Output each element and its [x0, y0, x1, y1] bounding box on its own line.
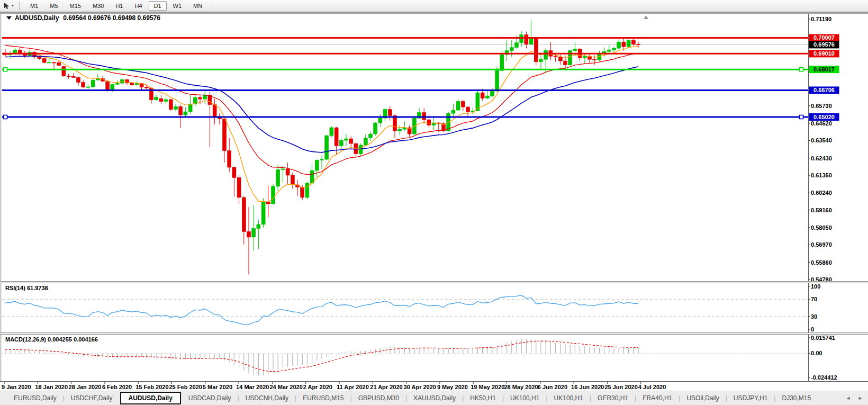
timeframe-button-M30[interactable]: M30 — [87, 1, 109, 11]
date-tick-label: 19 May 2020 — [471, 384, 504, 390]
timeframe-button-M1[interactable]: M1 — [25, 1, 43, 11]
price-badge-0.68017: 0.68017 — [809, 66, 839, 73]
timeframe-button-D1[interactable]: D1 — [149, 1, 167, 11]
date-tick-label: 6 Feb 2020 — [102, 384, 132, 390]
date-tick-label: 24 Mar 2020 — [269, 384, 302, 390]
date-tick-label: 18 Jan 2020 — [35, 384, 68, 390]
chart-tab-xauusd-daily[interactable]: XAUUSD,Daily — [407, 392, 462, 404]
date-tick-label: 25 Jun 2020 — [604, 384, 637, 390]
price-badge-0.65020: 0.65020 — [809, 113, 839, 121]
date-tick-label: 2 Apr 2020 — [303, 384, 332, 390]
bid-price-badge: 0.69576 — [809, 41, 839, 48]
chart-tab-ger30-h1[interactable]: GER30,H1 — [591, 392, 635, 404]
timeframe-buttons: M1M5M15M30H1H4D1W1MN — [25, 1, 207, 11]
date-tick-label: 28 Jan 2020 — [69, 384, 102, 390]
date-tick-label: 5 Mar 2020 — [203, 384, 232, 390]
tab-scroll-left-button[interactable]: ◄ — [846, 395, 851, 401]
date-tick-label: 25 Feb 2020 — [169, 384, 202, 390]
price-badge-0.70007: 0.70007 — [809, 34, 839, 41]
line-drag-handle[interactable] — [4, 68, 7, 71]
chart-tab-dj30-m15[interactable]: DJ30,M15 — [775, 392, 817, 404]
date-tick-label: 16 Jun 2020 — [571, 384, 604, 390]
macd-label: MACD(12,26,9) 0.004255 0.004166 — [5, 336, 98, 343]
timeframe-button-MN[interactable]: MN — [188, 1, 207, 11]
toolbar-grip-handle — [19, 2, 20, 10]
price-tick-label: 0.60240 — [811, 190, 832, 196]
pane-splitter[interactable] — [0, 332, 868, 335]
date-tick-label: 30 Apr 2020 — [404, 384, 436, 390]
chart-tab-eurusd-m15[interactable]: EURUSD,M15 — [296, 392, 350, 404]
chart-tab-usoil-daily[interactable]: USOil,Daily — [680, 392, 725, 404]
svg-text:0.68017: 0.68017 — [813, 66, 835, 73]
timeframe-button-M5[interactable]: M5 — [44, 1, 63, 11]
price-badge-0.69010: 0.69010 — [809, 50, 839, 57]
rsi-tick-label: 0 — [811, 326, 814, 332]
price-tick-label: 0.62430 — [811, 155, 832, 161]
date-tick-label: 21 Apr 2020 — [370, 384, 402, 390]
chart-tab-usdcad-daily[interactable]: USDCAD,Daily — [182, 392, 238, 404]
price-tick-label: 0.63540 — [811, 137, 832, 143]
svg-text:AUDUSD,Daily0.69564 0.69676 0.: AUDUSD,Daily0.69564 0.69676 0.69498 0.69… — [15, 14, 160, 22]
chart-tab-usdcnh-daily[interactable]: USDCNH,Daily — [239, 392, 295, 404]
macd-tick-label: 0.00 — [811, 350, 822, 356]
timeframe-button-M15[interactable]: M15 — [65, 1, 86, 11]
price-badge-0.66706: 0.66706 — [809, 86, 839, 94]
price-tick-label: 0.61350 — [811, 172, 832, 178]
chart-tab-usdjpy-h1[interactable]: USDJPY,H1 — [727, 392, 774, 404]
chart-tab-eurusd-daily[interactable]: EURUSD,Daily — [7, 392, 63, 404]
tab-scroll-right-button[interactable]: ► — [858, 395, 863, 401]
price-tick-label: 0.64620 — [811, 120, 832, 127]
macd-tick-label: -0.024412 — [811, 374, 837, 381]
line-drag-handle[interactable] — [800, 115, 803, 119]
line-drag-handle[interactable] — [800, 68, 803, 71]
price-tick-label: 0.65730 — [811, 103, 832, 109]
date-tick-label: 9 May 2020 — [437, 384, 468, 390]
rsi-tick-label: 70 — [811, 296, 817, 302]
price-tick-label: 0.71190 — [811, 16, 831, 22]
chart-title: AUDUSD,Daily0.69564 0.69676 0.69498 0.69… — [6, 14, 160, 22]
price-tick-label: 0.59160 — [811, 207, 832, 213]
chart-tab-hk50-h1[interactable]: HK50,H1 — [464, 392, 502, 404]
svg-text:0.65020: 0.65020 — [813, 114, 835, 120]
timeframe-button-W1[interactable]: W1 — [168, 1, 187, 11]
price-tick-label: 0.55860 — [811, 259, 832, 266]
chart-canvas[interactable]: AUDUSD,Daily0.69564 0.69676 0.69498 0.69… — [0, 12, 868, 391]
dropdown-caret-icon: ▾ — [12, 4, 14, 8]
date-tick-label: 15 Feb 2020 — [135, 384, 168, 390]
chart-tab-fra40-h1[interactable]: FRA40,H1 — [636, 392, 679, 404]
chart-tab-uk100-h1[interactable]: UK100,H1 — [504, 392, 546, 404]
price-tick-label: 0.56970 — [811, 241, 832, 248]
pointer-tool-button[interactable]: ▾ — [2, 2, 15, 10]
timeframe-button-H1[interactable]: H1 — [110, 1, 128, 11]
chart-tab-audusd-daily[interactable]: AUDUSD,Daily — [120, 392, 181, 404]
date-tick-label: 28 May 2020 — [504, 384, 538, 390]
rsi-label: RSI(14) 61.9738 — [5, 285, 48, 291]
toolbar-separator — [212, 2, 212, 10]
macd-tick-label: 0.015741 — [811, 335, 835, 341]
date-tick-label: 11 Apr 2020 — [337, 384, 369, 390]
timeframe-button-H4[interactable]: H4 — [129, 1, 147, 11]
toolbar: ▾ M1M5M15M30H1H4D1W1MN — [0, 0, 868, 12]
line-drag-handle[interactable] — [4, 115, 7, 119]
rsi-tick-label: 30 — [811, 313, 817, 320]
svg-text:0.69010: 0.69010 — [813, 50, 835, 57]
date-tick-label: 14 Mar 2020 — [236, 384, 269, 390]
date-tick-label: 9 Jan 2020 — [2, 384, 31, 390]
svg-text:0.66706: 0.66706 — [813, 87, 835, 93]
rsi-tick-label: 100 — [811, 283, 820, 290]
svg-text:0.70007: 0.70007 — [813, 34, 835, 41]
chart-tab-usdchf-daily[interactable]: USDCHF,Daily — [65, 392, 119, 404]
chart-tab-gbpusd-m30[interactable]: GBPUSD,M30 — [352, 392, 405, 404]
date-tick-label: 6 Jun 2020 — [538, 384, 567, 390]
chart-tab-uk100-h1[interactable]: UK100,H1 — [548, 392, 590, 404]
date-tick-label: 4 Jul 2020 — [638, 384, 666, 390]
pointer-tool-icon — [3, 2, 11, 10]
price-tick-label: 0.58050 — [811, 224, 832, 231]
pane-splitter[interactable] — [0, 281, 868, 283]
svg-text:0.69576: 0.69576 — [813, 41, 835, 48]
chart-tabbar: EURUSD,Daily|USDCHF,DailyAUDUSD,DailyUSD… — [0, 391, 868, 405]
